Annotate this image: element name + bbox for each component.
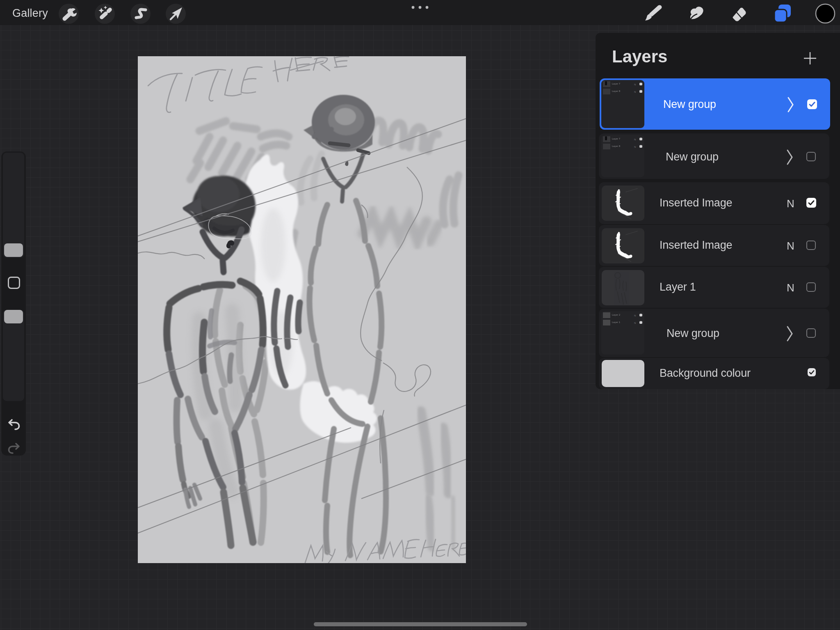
svg-text:N: N [634, 91, 636, 93]
svg-text:N: N [634, 314, 636, 317]
svg-text:N: N [634, 322, 636, 324]
svg-text:N: N [634, 138, 636, 141]
svg-text:N: N [634, 146, 636, 148]
svg-text:N: N [634, 83, 636, 86]
